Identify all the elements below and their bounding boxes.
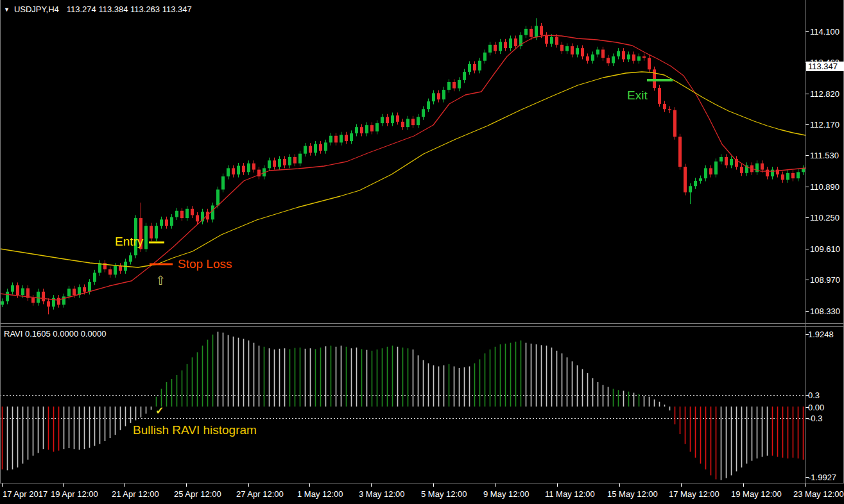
price-axis-label: 110.250	[810, 213, 840, 223]
ravi-axis-label: -1.9927	[808, 473, 836, 482]
current-price-box: 113.347	[806, 62, 844, 71]
time-axis-label: 27 Apr 12:00	[236, 489, 284, 499]
bullish-note-annotation: Bullish RAVI histogram	[133, 423, 257, 437]
time-axis-label: 19 Apr 12:00	[51, 489, 98, 499]
check-icon: ✓	[155, 405, 164, 417]
time-axis-label: 3 May 12:00	[359, 489, 405, 499]
candles-layer	[1, 18, 805, 314]
mt4-chart-window: ▼USDJPY,H4113.274 113.384 113.263 113.34…	[0, 0, 844, 504]
time-axis-label: 23 May 12:00	[793, 489, 844, 499]
symbol-dropdown-icon[interactable]: ▼	[4, 6, 10, 13]
exit-annotation: Exit	[627, 88, 648, 103]
chart-title: ▼USDJPY,H4113.274 113.384 113.263 113.34…	[4, 4, 192, 14]
price-axis-label: 109.610	[810, 244, 840, 254]
time-axis-label: 15 May 12:00	[607, 489, 658, 499]
ravi-histogram	[3, 332, 804, 480]
chart-canvas	[0, 0, 844, 504]
price-axis-label: 110.890	[810, 182, 840, 192]
price-axis-label: 112.820	[810, 89, 840, 99]
time-axis-label: 9 May 12:00	[483, 489, 530, 499]
price-axis-label: 112.170	[810, 120, 840, 130]
time-axis-label: 17 May 12:00	[669, 489, 719, 499]
ravi-axis-label: 0.3	[808, 391, 820, 400]
up-arrow-icon: ⇧	[155, 273, 166, 288]
time-axis-label: 21 Apr 12:00	[112, 489, 159, 499]
ravi-axis-label: 1.9248	[808, 330, 834, 339]
symbol-period-label: USDJPY,H4	[14, 4, 59, 14]
indicator-label: RAVI 0.1605 0.0000 0.0000	[4, 329, 107, 339]
time-axis-label: 19 May 12:00	[731, 489, 782, 499]
price-axis-label: 108.330	[810, 307, 840, 316]
price-axis-label: 108.970	[810, 275, 840, 285]
ohlc-values: 113.274 113.384 113.263 113.347	[67, 4, 192, 14]
time-axis-label: 5 May 12:00	[421, 489, 467, 499]
price-axis-label: 111.530	[810, 151, 839, 160]
price-axis-label: 114.100	[810, 27, 840, 37]
time-axis-label: 17 Apr 2017	[3, 489, 47, 499]
entry-annotation: Entry	[115, 235, 143, 249]
time-axis-label: 1 May 12:00	[297, 489, 343, 499]
stop-loss-annotation: Stop Loss	[178, 257, 232, 271]
time-axis-label: 25 Apr 12:00	[174, 489, 221, 499]
ravi-axis-label: -0.3	[808, 414, 822, 423]
ravi-axis-label: 0.00	[808, 403, 824, 412]
time-axis-label: 11 May 12:00	[545, 489, 595, 499]
